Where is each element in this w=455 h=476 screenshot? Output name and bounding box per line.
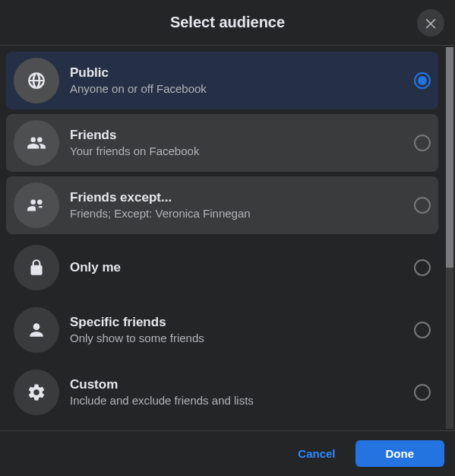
option-text: Public Anyone on or off Facebook [70,65,414,97]
radio-friends-except[interactable] [414,197,431,214]
dialog-body: Public Anyone on or off Facebook Friends… [0,46,455,430]
lock-icon [14,245,59,290]
option-subtitle: Include and exclude friends and lists [70,393,414,408]
option-text: Custom Include and exclude friends and l… [70,376,414,408]
option-title: Friends except... [70,189,414,205]
dialog-header: Select audience [0,0,455,46]
option-text: Friends except... Friends; Except: Veron… [70,189,414,221]
option-text: Only me [70,259,414,275]
radio-only-me[interactable] [414,259,431,276]
close-button[interactable] [417,9,444,36]
scrollbar[interactable] [444,46,455,430]
audience-option-specific-friends[interactable]: Specific friends Only show to some frien… [6,301,438,359]
friends-except-icon [14,182,59,228]
option-title: Public [70,65,414,81]
radio-public[interactable] [414,72,431,89]
option-title: Specific friends [70,314,414,330]
option-text: Friends Your friends on Facebook [70,127,414,159]
option-title: Friends [70,127,414,143]
option-title: Only me [70,259,414,275]
gear-icon [14,370,59,415]
audience-option-friends-except[interactable]: Friends except... Friends; Except: Veron… [6,176,438,234]
radio-custom[interactable] [414,384,431,401]
option-title: Custom [70,376,414,392]
option-subtitle: Your friends on Facebook [70,144,414,159]
globe-icon [14,58,59,103]
dialog-title: Select audience [170,14,285,31]
select-audience-dialog: Select audience Public Anyone on or off … [0,0,455,476]
cancel-button[interactable]: Cancel [284,441,349,466]
option-subtitle: Friends; Except: Veronica Finnegan [70,206,414,221]
scrollbar-thumb[interactable] [446,47,453,268]
radio-specific-friends[interactable] [414,322,431,338]
audience-option-list: Public Anyone on or off Facebook Friends… [0,46,444,430]
dialog-footer: Cancel Done [0,430,455,476]
person-icon [14,307,59,353]
audience-option-only-me[interactable]: Only me [6,239,438,297]
close-icon [423,15,438,30]
audience-option-custom[interactable]: Custom Include and exclude friends and l… [6,363,438,421]
radio-friends[interactable] [414,135,431,151]
option-text: Specific friends Only show to some frien… [70,314,414,346]
done-button[interactable]: Done [355,440,445,467]
audience-option-public[interactable]: Public Anyone on or off Facebook [6,52,438,109]
audience-option-friends[interactable]: Friends Your friends on Facebook [6,114,438,172]
friends-icon [14,120,59,166]
option-subtitle: Only show to some friends [70,331,414,346]
option-subtitle: Anyone on or off Facebook [70,81,414,97]
